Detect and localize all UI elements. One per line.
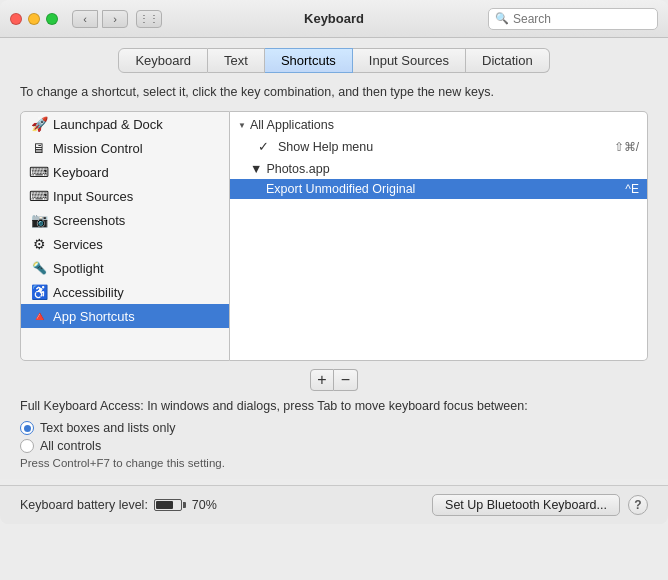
sidebar-item-screenshots[interactable]: 📷 Screenshots (21, 208, 229, 232)
spotlight-icon: 🔦 (31, 260, 47, 276)
search-icon: 🔍 (495, 12, 509, 25)
help-button[interactable]: ? (628, 495, 648, 515)
services-icon: ⚙ (31, 236, 47, 252)
sidebar-item-launchpad[interactable]: 🚀 Launchpad & Dock (21, 112, 229, 136)
sidebar-label-app-shortcuts: App Shortcuts (53, 309, 135, 324)
traffic-lights (10, 13, 58, 25)
sidebar-item-spotlight[interactable]: 🔦 Spotlight (21, 256, 229, 280)
keyboard-access-label: Full Keyboard Access: In windows and dia… (20, 399, 648, 413)
bluetooth-button[interactable]: Set Up Bluetooth Keyboard... (432, 494, 620, 516)
battery-tip (183, 502, 186, 508)
radio-text-boxes-outer (20, 421, 34, 435)
all-applications-label: All Applications (250, 118, 334, 132)
tab-dictation[interactable]: Dictation (466, 48, 550, 73)
nav-buttons: ‹ › (72, 10, 128, 28)
sidebar-label-accessibility: Accessibility (53, 285, 124, 300)
input-sources-icon: ⌨ (31, 188, 47, 204)
title-bar: ‹ › ⋮⋮ Keyboard 🔍 (0, 0, 668, 38)
shortcuts-pane: ▼ All Applications ✓ Show Help menu ⇧⌘/ … (230, 111, 648, 361)
mission-control-icon: 🖥 (31, 140, 47, 156)
show-help-menu-item[interactable]: ✓ Show Help menu ⇧⌘/ (230, 136, 647, 157)
battery-section: Keyboard battery level: 70% (20, 498, 217, 512)
radio-text-boxes-inner (24, 425, 31, 432)
search-box[interactable]: 🔍 (488, 8, 658, 30)
sidebar-item-services[interactable]: ⚙ Services (21, 232, 229, 256)
export-unmodified-shortcut: ^E (625, 182, 639, 196)
all-applications-header[interactable]: ▼ All Applications (230, 114, 647, 136)
show-help-shortcut: ⇧⌘/ (614, 140, 639, 154)
radio-text-boxes[interactable]: Text boxes and lists only (20, 421, 648, 435)
footer-right: Set Up Bluetooth Keyboard... ? (432, 494, 648, 516)
radio-all-controls-outer (20, 439, 34, 453)
tab-keyboard[interactable]: Keyboard (118, 48, 208, 73)
sidebar-label-mission-control: Mission Control (53, 141, 143, 156)
close-button[interactable] (10, 13, 22, 25)
tab-input-sources[interactable]: Input Sources (353, 48, 466, 73)
sidebar-label-spotlight: Spotlight (53, 261, 104, 276)
radio-text-boxes-label: Text boxes and lists only (40, 421, 176, 435)
minimize-button[interactable] (28, 13, 40, 25)
sidebar-item-keyboard[interactable]: ⌨ Keyboard (21, 160, 229, 184)
export-unmodified-item[interactable]: Export Unmodified Original ^E (230, 179, 647, 199)
sidebar: 🚀 Launchpad & Dock 🖥 Mission Control ⌨ K… (20, 111, 230, 361)
all-applications-group: ▼ All Applications ✓ Show Help menu ⇧⌘/ (230, 112, 647, 159)
battery-percent: 70% (192, 498, 217, 512)
sidebar-label-launchpad: Launchpad & Dock (53, 117, 163, 132)
sidebar-item-input-sources[interactable]: ⌨ Input Sources (21, 184, 229, 208)
sidebar-item-accessibility[interactable]: ♿ Accessibility (21, 280, 229, 304)
launchpad-icon: 🚀 (31, 116, 47, 132)
export-unmodified-label: Export Unmodified Original (266, 182, 415, 196)
photos-app-group: ▼ Photos.app Export Unmodified Original … (230, 159, 647, 199)
show-help-check: ✓ (258, 139, 274, 154)
sidebar-label-services: Services (53, 237, 103, 252)
search-input[interactable] (513, 12, 651, 26)
tab-bar: Keyboard Text Shortcuts Input Sources Di… (0, 38, 668, 73)
instructions-text: To change a shortcut, select it, click t… (20, 85, 648, 99)
forward-button[interactable]: › (102, 10, 128, 28)
footer: Keyboard battery level: 70% Set Up Bluet… (0, 485, 668, 524)
battery-body (154, 499, 182, 511)
photos-app-header[interactable]: ▼ Photos.app (230, 159, 647, 179)
back-button[interactable]: ‹ (72, 10, 98, 28)
grid-button[interactable]: ⋮⋮ (136, 10, 162, 28)
add-remove-bar: + − (20, 369, 648, 391)
show-help-label: Show Help menu (278, 140, 373, 154)
battery-label: Keyboard battery level: (20, 498, 148, 512)
radio-all-controls-label: All controls (40, 439, 101, 453)
main-content: To change a shortcut, select it, click t… (0, 73, 668, 479)
sidebar-label-keyboard: Keyboard (53, 165, 109, 180)
keyboard-icon: ⌨ (31, 164, 47, 180)
maximize-button[interactable] (46, 13, 58, 25)
panes: 🚀 Launchpad & Dock 🖥 Mission Control ⌨ K… (20, 111, 648, 361)
photos-triangle: ▼ (250, 162, 262, 176)
sidebar-label-screenshots: Screenshots (53, 213, 125, 228)
tab-shortcuts[interactable]: Shortcuts (265, 48, 353, 73)
remove-shortcut-button[interactable]: − (334, 369, 358, 391)
radio-all-controls[interactable]: All controls (20, 439, 648, 453)
sidebar-item-mission-control[interactable]: 🖥 Mission Control (21, 136, 229, 160)
sidebar-label-input-sources: Input Sources (53, 189, 133, 204)
photos-app-label: Photos.app (266, 162, 329, 176)
sidebar-item-app-shortcuts[interactable]: 🔺 App Shortcuts (21, 304, 229, 328)
battery-fill (156, 501, 173, 509)
press-hint: Press Control+F7 to change this setting. (20, 457, 648, 469)
battery-icon (154, 499, 186, 511)
window-title: Keyboard (304, 11, 364, 26)
expand-triangle: ▼ (238, 121, 246, 130)
keyboard-access-section: Full Keyboard Access: In windows and dia… (20, 399, 648, 469)
add-shortcut-button[interactable]: + (310, 369, 334, 391)
tab-text[interactable]: Text (208, 48, 265, 73)
accessibility-icon: ♿ (31, 284, 47, 300)
app-shortcuts-icon: 🔺 (31, 308, 47, 324)
screenshots-icon: 📷 (31, 212, 47, 228)
